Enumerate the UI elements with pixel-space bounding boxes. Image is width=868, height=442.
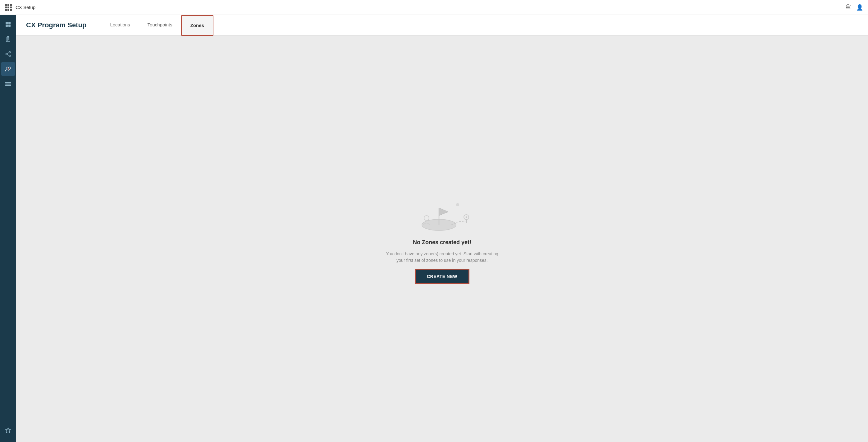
svg-rect-5 xyxy=(7,36,9,38)
svg-marker-23 xyxy=(439,208,448,216)
sidebar-item-cx[interactable] xyxy=(1,62,15,76)
zones-illustration xyxy=(411,194,473,234)
svg-point-25 xyxy=(466,216,467,218)
topbar-left: CX Setup xyxy=(5,4,35,11)
svg-line-13 xyxy=(7,54,9,56)
main-content: CX Program Setup Locations Touchpoints Z… xyxy=(16,15,868,442)
apps-grid-icon[interactable] xyxy=(5,4,12,11)
svg-point-27 xyxy=(456,203,459,206)
sidebar-item-share[interactable] xyxy=(1,47,15,61)
svg-point-28 xyxy=(424,216,429,221)
topbar: CX Setup 🏛 👤 xyxy=(0,0,868,15)
svg-line-12 xyxy=(7,53,9,54)
clipboard-icon xyxy=(5,36,11,42)
bank-icon[interactable]: 🏛 xyxy=(846,4,851,10)
topbar-right: 🏛 👤 xyxy=(846,4,863,11)
tab-zones[interactable]: Zones xyxy=(181,15,213,36)
svg-rect-1 xyxy=(8,22,10,24)
svg-point-11 xyxy=(9,55,10,57)
svg-marker-20 xyxy=(6,428,11,433)
sidebar-item-reports[interactable] xyxy=(1,32,15,46)
user-icon[interactable]: 👤 xyxy=(856,4,863,11)
sidebar-item-apps[interactable] xyxy=(1,18,15,31)
content-area: No Zones created yet! You don't have any… xyxy=(16,36,868,442)
apps-icon xyxy=(5,21,11,27)
sidebar-item-star[interactable] xyxy=(1,423,15,437)
cx-icon xyxy=(5,66,11,72)
svg-rect-17 xyxy=(5,82,11,83)
page-title: CX Program Setup xyxy=(26,15,86,35)
empty-state-description: You don't have any zone(s) created yet. … xyxy=(383,251,501,264)
svg-rect-18 xyxy=(5,84,11,85)
svg-point-10 xyxy=(6,54,7,55)
svg-rect-0 xyxy=(6,22,8,24)
svg-point-14 xyxy=(6,67,8,69)
tabs-nav: Locations Touchpoints Zones xyxy=(101,15,213,35)
tab-touchpoints[interactable]: Touchpoints xyxy=(139,15,181,35)
star-icon xyxy=(5,427,11,433)
empty-state-title: No Zones created yet! xyxy=(413,239,471,246)
topbar-title: CX Setup xyxy=(16,5,35,10)
svg-rect-2 xyxy=(6,25,8,27)
svg-point-9 xyxy=(9,52,10,53)
svg-rect-19 xyxy=(5,85,11,86)
svg-marker-16 xyxy=(8,68,9,70)
share-icon xyxy=(5,51,11,57)
page-header: CX Program Setup Locations Touchpoints Z… xyxy=(16,15,868,36)
sidebar xyxy=(0,15,16,442)
modules-icon xyxy=(5,81,11,87)
tab-locations[interactable]: Locations xyxy=(101,15,138,35)
empty-state: No Zones created yet! You don't have any… xyxy=(383,194,501,284)
create-new-button[interactable]: CREATE NEW xyxy=(415,269,469,284)
sidebar-item-modules[interactable] xyxy=(1,77,15,91)
svg-rect-3 xyxy=(8,25,10,27)
